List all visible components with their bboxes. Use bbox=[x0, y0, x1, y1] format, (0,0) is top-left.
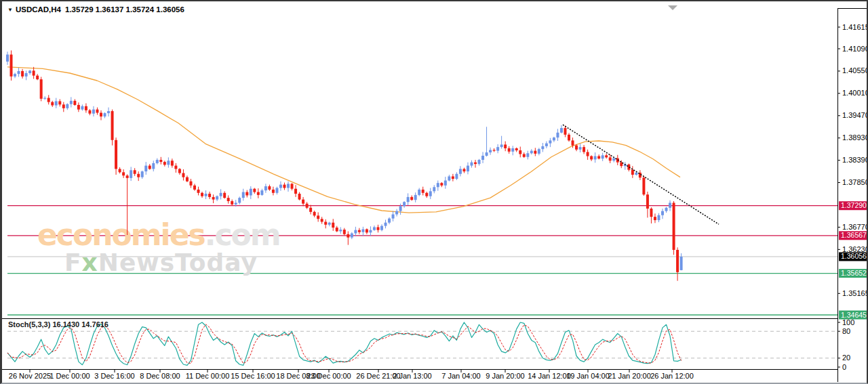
time-axis-label[interactable]: 26 Nov 2025 bbox=[9, 372, 51, 380]
candle-body bbox=[137, 174, 140, 177]
candle bbox=[545, 142, 548, 148]
candle-body bbox=[10, 55, 13, 77]
candle-body bbox=[541, 146, 544, 149]
candle bbox=[489, 148, 492, 155]
price-axis-label: 1.40010 bbox=[842, 89, 867, 97]
candle-body bbox=[538, 149, 540, 154]
candle bbox=[193, 184, 196, 190]
candle-body bbox=[440, 183, 443, 186]
candle bbox=[657, 213, 660, 222]
candle bbox=[347, 232, 349, 245]
candle bbox=[231, 200, 233, 206]
candle-body bbox=[369, 230, 372, 233]
time-axis-label[interactable]: 7 Jan 04:00 bbox=[441, 372, 481, 380]
candle-body bbox=[358, 230, 361, 232]
candle-body bbox=[459, 169, 462, 173]
candle-body bbox=[245, 192, 248, 196]
candle bbox=[676, 247, 679, 280]
moving-average-line[interactable] bbox=[7, 67, 680, 213]
price-axis-label: 1.36770 bbox=[842, 223, 867, 231]
time-axis-label[interactable]: 26 Jan 12:00 bbox=[650, 372, 694, 380]
watermark-domain: .com bbox=[205, 217, 280, 252]
candle-body bbox=[646, 194, 649, 209]
candle-body bbox=[264, 186, 267, 190]
candle-body bbox=[572, 140, 574, 145]
time-axis-label[interactable]: 15 Dec 16:00 bbox=[231, 372, 275, 380]
price-axis-label: 1.38930 bbox=[842, 133, 867, 142]
time-axis-label[interactable]: 19 Jan 04:00 bbox=[566, 372, 610, 380]
time-axis-label[interactable]: 14 Jan 12:00 bbox=[528, 372, 571, 380]
candle bbox=[58, 99, 61, 106]
descending-trendline[interactable] bbox=[563, 125, 719, 224]
candle-body bbox=[661, 211, 664, 215]
candle-body bbox=[33, 70, 35, 75]
watermark-subtitle: FxNewsToday bbox=[64, 249, 258, 276]
candle bbox=[403, 201, 406, 208]
candle bbox=[298, 192, 301, 200]
time-axis-label[interactable]: 9 Jan 20:00 bbox=[486, 372, 525, 380]
candle bbox=[336, 226, 338, 232]
time-axis-label[interactable]: 1 Dec 00:00 bbox=[50, 372, 90, 380]
candle-body bbox=[403, 202, 406, 206]
candle bbox=[62, 102, 65, 112]
candle bbox=[77, 102, 80, 112]
time-axis-label[interactable]: 23 Dec 00:00 bbox=[307, 372, 351, 380]
candle-body bbox=[182, 173, 184, 177]
candle-body bbox=[272, 190, 275, 193]
price-badge-label: 1.37290 bbox=[841, 201, 867, 209]
candle-body bbox=[425, 193, 428, 196]
candle-body bbox=[231, 201, 233, 205]
candle bbox=[601, 153, 604, 161]
candle bbox=[376, 225, 379, 233]
candle-body bbox=[149, 166, 151, 169]
candle bbox=[66, 104, 68, 110]
stoch-axis-label: 20 bbox=[842, 354, 850, 362]
chart-shift-marker-icon[interactable] bbox=[668, 5, 677, 10]
candle bbox=[14, 72, 16, 78]
candle bbox=[481, 152, 484, 163]
candle-body bbox=[351, 234, 353, 238]
candle bbox=[590, 155, 593, 161]
candle bbox=[444, 177, 447, 189]
candle bbox=[530, 149, 533, 154]
stochastic-label: Stoch(5,3,3) 16.1430 14.7616 bbox=[8, 320, 108, 328]
candle-body bbox=[141, 171, 144, 177]
price-badge-label: 1.35652 bbox=[841, 269, 867, 277]
candle bbox=[309, 205, 312, 215]
candle bbox=[523, 152, 526, 158]
candle bbox=[380, 224, 383, 231]
candle-body bbox=[635, 173, 637, 175]
candle-body bbox=[223, 193, 226, 198]
price-badge-label: 1.36056 bbox=[841, 252, 867, 260]
time-axis-label[interactable]: 21 Jan 20:00 bbox=[608, 372, 651, 380]
candle bbox=[21, 69, 24, 79]
candle bbox=[583, 145, 585, 154]
candle-body bbox=[66, 104, 68, 108]
candle-body bbox=[410, 197, 413, 200]
candle bbox=[313, 211, 316, 217]
candle bbox=[366, 228, 368, 234]
candle bbox=[73, 99, 76, 106]
candle bbox=[55, 98, 58, 108]
candle bbox=[328, 222, 331, 227]
candle-body bbox=[189, 182, 192, 186]
candle bbox=[343, 228, 346, 236]
candle bbox=[361, 227, 364, 236]
time-axis-label[interactable]: 8 Dec 08:00 bbox=[140, 372, 180, 380]
candle-body bbox=[549, 140, 551, 143]
candle-body bbox=[519, 150, 521, 154]
candle bbox=[197, 187, 200, 196]
candle bbox=[511, 146, 514, 155]
candle-body bbox=[21, 71, 24, 77]
time-axis-label[interactable]: 2 Jan 13:00 bbox=[393, 372, 432, 380]
time-axis-label[interactable]: 11 Dec 00:00 bbox=[186, 372, 230, 380]
collapse-triangle-icon[interactable]: ▼ bbox=[7, 7, 13, 13]
candle-body bbox=[174, 166, 177, 169]
candle bbox=[568, 133, 570, 142]
time-axis-label[interactable]: 3 Dec 16:00 bbox=[94, 372, 134, 380]
candle-body bbox=[73, 101, 76, 105]
candle bbox=[227, 195, 230, 203]
candle bbox=[474, 160, 477, 168]
candle-body bbox=[650, 209, 652, 217]
candle bbox=[141, 171, 144, 179]
